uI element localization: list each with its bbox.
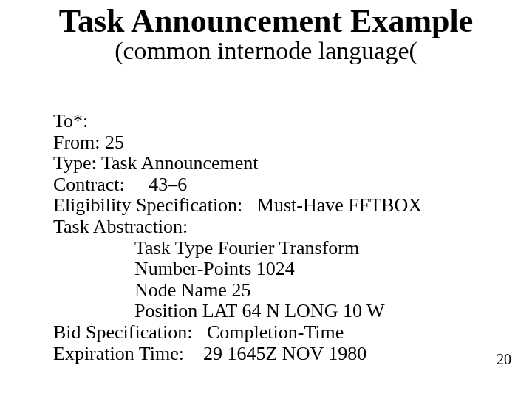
field-expiration: Expiration Time: 29 1645Z NOV 1980 bbox=[53, 344, 502, 365]
field-contract: Contract: 43–6 bbox=[53, 174, 502, 196]
label-to: To*: bbox=[53, 110, 88, 132]
label-abstraction: Task Abstraction: bbox=[53, 216, 188, 237]
slide-title: Task Announcement Example bbox=[0, 4, 532, 38]
value-abs4: Position LAT 64 N LONG 10 W bbox=[134, 300, 385, 321]
field-bid: Bid Specification: Completion-Time bbox=[53, 322, 502, 344]
value-abs3: Node Name 25 bbox=[134, 279, 250, 301]
label-from: From: bbox=[53, 132, 100, 153]
value-type: Task Announcement bbox=[101, 152, 259, 174]
value-abs2: Number-Points 1024 bbox=[134, 258, 295, 279]
slide: Task Announcement Example (common intern… bbox=[0, 0, 532, 399]
field-type: Type: Task Announcement bbox=[53, 153, 502, 174]
field-to: To*: bbox=[53, 111, 502, 132]
slide-body: To*: From: 25 Type: Task Announcement Co… bbox=[53, 111, 502, 364]
label-bid: Bid Specification: bbox=[53, 321, 192, 343]
abstraction-line-3: Node Name 25 bbox=[53, 280, 502, 301]
slide-header: Task Announcement Example (common intern… bbox=[0, 0, 532, 64]
label-contract: Contract: bbox=[53, 174, 125, 195]
label-eligibility: Eligibility Specification: bbox=[53, 194, 242, 216]
page-number: 20 bbox=[497, 351, 511, 368]
value-abs1: Task Type Fourier Transform bbox=[134, 237, 359, 259]
field-from: From: 25 bbox=[53, 132, 502, 154]
value-expiration: 29 1645Z NOV 1980 bbox=[203, 343, 366, 364]
value-eligibility: Must-Have FFTBOX bbox=[257, 194, 422, 216]
abstraction-line-2: Number-Points 1024 bbox=[53, 259, 502, 280]
value-contract: 43–6 bbox=[149, 174, 187, 195]
field-abstraction-header: Task Abstraction: bbox=[53, 216, 502, 238]
abstraction-line-4: Position LAT 64 N LONG 10 W bbox=[53, 301, 502, 322]
abstraction-line-1: Task Type Fourier Transform bbox=[53, 238, 502, 259]
label-type: Type: bbox=[53, 152, 97, 174]
slide-subtitle: (common internode language( bbox=[0, 38, 532, 64]
label-expiration: Expiration Time: bbox=[53, 343, 184, 364]
value-from: 25 bbox=[105, 132, 124, 153]
field-eligibility: Eligibility Specification: Must-Have FFT… bbox=[53, 195, 502, 216]
value-bid: Completion-Time bbox=[207, 321, 344, 343]
